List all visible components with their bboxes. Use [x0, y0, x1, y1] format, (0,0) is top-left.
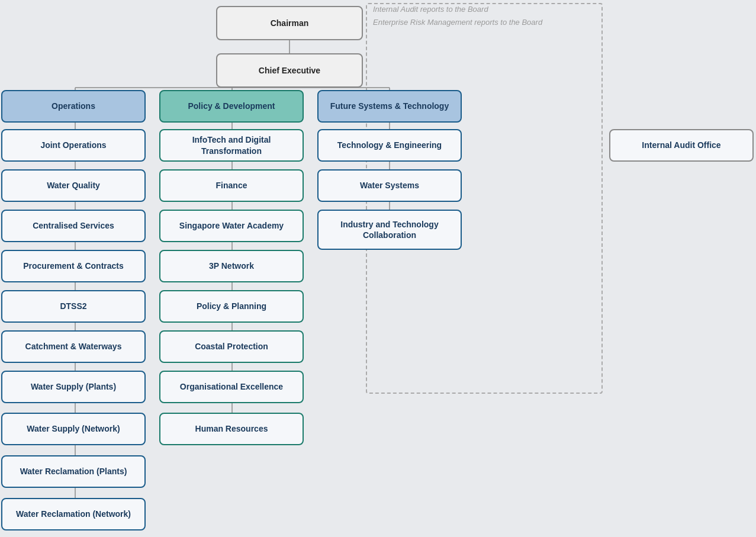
future-systems-header: Future Systems & Technology [317, 90, 462, 123]
policy-development-header: Policy & Development [159, 90, 304, 123]
catchment-node: Catchment & Waterways [1, 330, 146, 363]
water-systems-node: Water Systems [317, 169, 462, 202]
internal-audit-node: Internal Audit Office [609, 129, 754, 162]
procurement-node: Procurement & Contracts [1, 250, 146, 282]
chief-executive-node: Chief Executive [216, 53, 363, 88]
internal-audit-report-text: Internal Audit reports to the Board [373, 5, 488, 14]
infotech-node: InfoTech and Digital Transformation [159, 129, 304, 162]
human-resources-node: Human Resources [159, 413, 304, 445]
joint-operations-node: Joint Operations [1, 129, 146, 162]
singapore-water-node: Singapore Water Academy [159, 210, 304, 242]
org-excellence-node: Organisational Excellence [159, 371, 304, 403]
water-supply-plants-node: Water Supply (Plants) [1, 371, 146, 403]
chairman-node: Chairman [216, 6, 363, 40]
tech-engineering-node: Technology & Engineering [317, 129, 462, 162]
org-chart: Internal Audit reports to the Board Ente… [0, 0, 756, 537]
coastal-protection-node: Coastal Protection [159, 330, 304, 363]
finance-node: Finance [159, 169, 304, 202]
industry-tech-node: Industry and Technology Collaboration [317, 210, 462, 250]
3p-network-node: 3P Network [159, 250, 304, 282]
erm-report-text: Enterprise Risk Management reports to th… [373, 18, 542, 27]
water-supply-network-node: Water Supply (Network) [1, 413, 146, 445]
policy-planning-node: Policy & Planning [159, 290, 304, 323]
operations-header: Operations [1, 90, 146, 123]
centralised-services-node: Centralised Services [1, 210, 146, 242]
water-quality-node: Water Quality [1, 169, 146, 202]
dtss2-node: DTSS2 [1, 290, 146, 323]
water-reclamation-plants-node: Water Reclamation (Plants) [1, 455, 146, 488]
water-reclamation-network-node: Water Reclamation (Network) [1, 498, 146, 530]
